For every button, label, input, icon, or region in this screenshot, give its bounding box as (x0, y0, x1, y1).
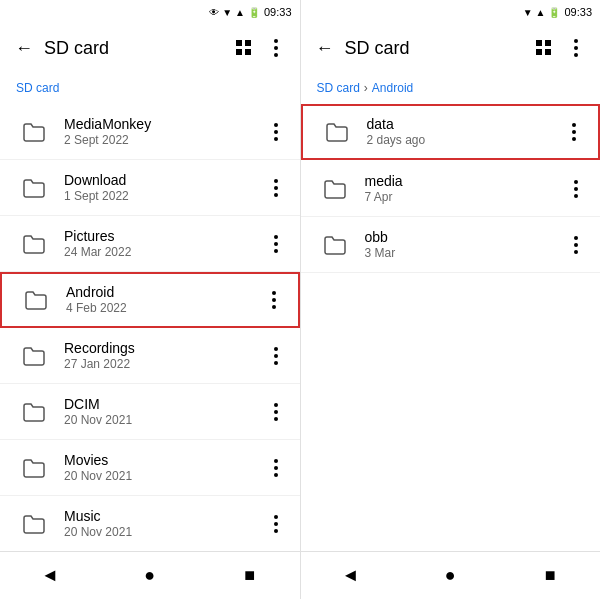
eye-icon: 👁 (209, 7, 219, 18)
left-dots-android (272, 291, 276, 309)
right-filedate-obb: 3 Mar (365, 246, 561, 262)
right-battery-icon: 🔋 (548, 7, 560, 18)
left-file-info-download: Download 1 Sept 2022 (64, 171, 260, 205)
right-breadcrumb-android[interactable]: Android (372, 81, 413, 95)
left-status-icons: 👁 ▼ ▲ 🔋 (209, 7, 260, 18)
right-back-button[interactable]: ← (309, 32, 341, 64)
battery-icon: 🔋 (248, 7, 260, 18)
left-filedate-recordings: 27 Jan 2022 (64, 357, 260, 373)
left-nav-bar: ◄ ● ■ (0, 551, 300, 599)
left-filedate-music: 20 Nov 2021 (64, 525, 260, 541)
right-filename-data: data (367, 115, 559, 133)
right-more-obb[interactable] (560, 229, 592, 261)
left-more-button[interactable] (260, 32, 292, 64)
left-file-info-music: Music 20 Nov 2021 (64, 507, 260, 541)
right-more-button[interactable] (560, 32, 592, 64)
signal-icon: ▲ (235, 7, 245, 18)
left-nav-back[interactable]: ◄ (30, 556, 70, 596)
left-dots-dcim (274, 403, 278, 421)
left-dots-movies (274, 459, 278, 477)
left-time: 09:33 (264, 6, 292, 18)
left-folder-icon-mediamonkey (16, 114, 52, 150)
left-status-bar: 👁 ▼ ▲ 🔋 09:33 (0, 0, 300, 24)
left-nav-home[interactable]: ● (130, 556, 170, 596)
right-file-info-media: media 7 Apr (365, 172, 561, 206)
right-dots-obb (574, 236, 578, 254)
right-title: SD card (345, 38, 529, 59)
wifi-icon: ▼ (222, 7, 232, 18)
left-file-list: MediaMonkey 2 Sept 2022 Download (0, 104, 300, 551)
left-dots-pictures (274, 235, 278, 253)
left-file-music[interactable]: Music 20 Nov 2021 (0, 496, 300, 551)
left-back-button[interactable]: ← (8, 32, 40, 64)
left-filename-download: Download (64, 171, 260, 189)
left-top-bar: ← SD card (0, 24, 300, 72)
left-file-dcim[interactable]: DCIM 20 Nov 2021 (0, 384, 300, 440)
left-more-download[interactable] (260, 172, 292, 204)
left-more-movies[interactable] (260, 452, 292, 484)
right-top-bar: ← SD card (301, 24, 601, 72)
left-folder-icon-dcim (16, 394, 52, 430)
left-more-android[interactable] (258, 284, 290, 316)
right-panel: ▼ ▲ 🔋 09:33 ← SD card (301, 0, 601, 599)
right-dots-media (574, 180, 578, 198)
right-filename-obb: obb (365, 228, 561, 246)
left-more-recordings[interactable] (260, 340, 292, 372)
left-folder-icon-download (16, 170, 52, 206)
left-filename-pictures: Pictures (64, 227, 260, 245)
left-file-info-movies: Movies 20 Nov 2021 (64, 451, 260, 485)
left-filename-recordings: Recordings (64, 339, 260, 357)
right-folder-icon-media (317, 171, 353, 207)
right-breadcrumb-chevron: › (364, 81, 368, 95)
right-file-data[interactable]: data 2 days ago (301, 104, 601, 160)
left-file-recordings[interactable]: Recordings 27 Jan 2022 (0, 328, 300, 384)
left-folder-icon-recordings (16, 338, 52, 374)
left-file-download[interactable]: Download 1 Sept 2022 (0, 160, 300, 216)
left-grid-button[interactable] (228, 32, 260, 64)
right-status-bar: ▼ ▲ 🔋 09:33 (301, 0, 601, 24)
left-more-mediamonkey[interactable] (260, 116, 292, 148)
left-breadcrumb: SD card (0, 72, 300, 104)
right-nav-home[interactable]: ● (430, 556, 470, 596)
left-file-movies[interactable]: Movies 20 Nov 2021 (0, 440, 300, 496)
left-filename-android: Android (66, 283, 258, 301)
right-nav-recents[interactable]: ■ (530, 556, 570, 596)
left-filedate-android: 4 Feb 2022 (66, 301, 258, 317)
right-grid-button[interactable] (528, 32, 560, 64)
left-more-pictures[interactable] (260, 228, 292, 260)
left-nav-recents[interactable]: ■ (230, 556, 270, 596)
right-file-media[interactable]: media 7 Apr (301, 161, 601, 217)
left-more-icon (274, 39, 278, 57)
right-file-obb[interactable]: obb 3 Mar (301, 217, 601, 273)
right-filename-media: media (365, 172, 561, 190)
right-nav-back[interactable]: ◄ (330, 556, 370, 596)
right-more-media[interactable] (560, 173, 592, 205)
left-file-info-mediamonkey: MediaMonkey 2 Sept 2022 (64, 115, 260, 149)
left-more-dcim[interactable] (260, 396, 292, 428)
right-breadcrumb: SD card › Android (301, 72, 601, 104)
left-title: SD card (44, 38, 228, 59)
right-more-data[interactable] (558, 116, 590, 148)
left-filedate-download: 1 Sept 2022 (64, 189, 260, 205)
left-file-info-recordings: Recordings 27 Jan 2022 (64, 339, 260, 373)
left-filedate-mediamonkey: 2 Sept 2022 (64, 133, 260, 149)
right-signal-icon: ▲ (536, 7, 546, 18)
left-file-mediamonkey[interactable]: MediaMonkey 2 Sept 2022 (0, 104, 300, 160)
right-grid-icon (536, 40, 552, 56)
left-breadcrumb-sdcard[interactable]: SD card (16, 81, 59, 95)
left-file-info-android: Android 4 Feb 2022 (66, 283, 258, 317)
left-dots-recordings (274, 347, 278, 365)
left-dots-mediamonkey (274, 123, 278, 141)
right-time: 09:33 (564, 6, 592, 18)
right-more-icon (574, 39, 578, 57)
left-file-android[interactable]: Android 4 Feb 2022 (0, 272, 300, 328)
left-folder-icon-pictures (16, 226, 52, 262)
right-breadcrumb-sdcard[interactable]: SD card (317, 81, 360, 95)
right-dots-data (572, 123, 576, 141)
right-file-info-data: data 2 days ago (367, 115, 559, 149)
right-folder-icon-data (319, 114, 355, 150)
right-status-icons: ▼ ▲ 🔋 (523, 7, 561, 18)
left-file-pictures[interactable]: Pictures 24 Mar 2022 (0, 216, 300, 272)
left-more-music[interactable] (260, 508, 292, 540)
left-folder-icon-music (16, 506, 52, 542)
